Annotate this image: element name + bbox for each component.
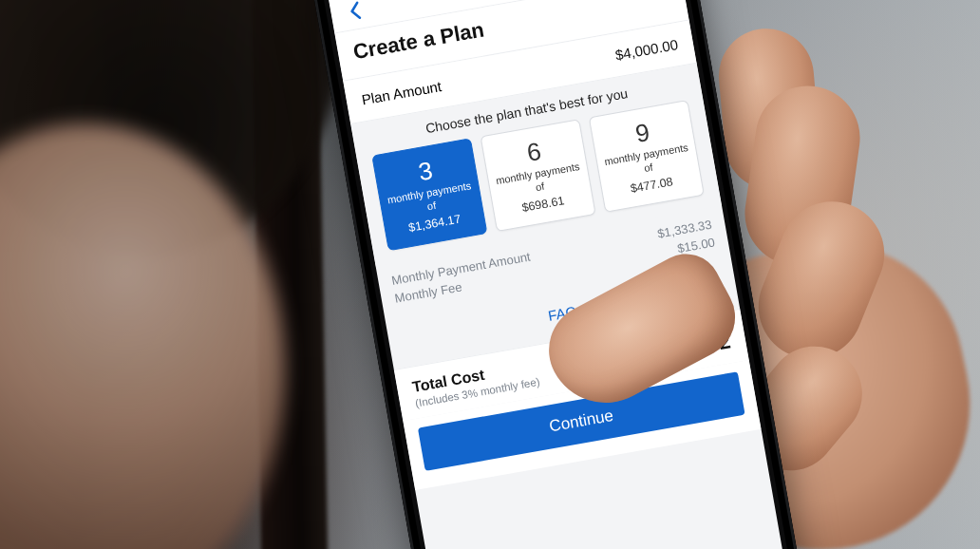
back-button[interactable]: [343, 0, 367, 23]
scene-background: Close Create a Plan Plan Amount $4,000.0…: [0, 0, 980, 549]
plan-option-label: monthly payments of: [600, 141, 694, 182]
plan-option-label: monthly payments of: [384, 180, 478, 221]
plan-amount-label: Plan Amount: [360, 78, 443, 108]
plan-option-amount: $698.61: [520, 194, 565, 215]
plan-option-3-months[interactable]: 3monthly payments of$1,364.17: [371, 138, 487, 250]
plan-option-6-months[interactable]: 6monthly payments of$698.61: [481, 119, 596, 231]
plan-option-amount: $477.08: [630, 175, 674, 196]
plan-option-count: 3: [417, 158, 435, 184]
plan-option-count: 6: [525, 139, 543, 165]
plan-amount-value: $4,000.00: [614, 36, 680, 63]
chevron-left-icon: [348, 0, 362, 21]
plan-option-count: 9: [633, 120, 651, 146]
monthly-fee-value: $15.00: [676, 235, 716, 256]
plan-option-9-months[interactable]: 9monthly payments of$477.08: [589, 100, 705, 212]
plan-option-label: monthly payments of: [492, 160, 586, 201]
